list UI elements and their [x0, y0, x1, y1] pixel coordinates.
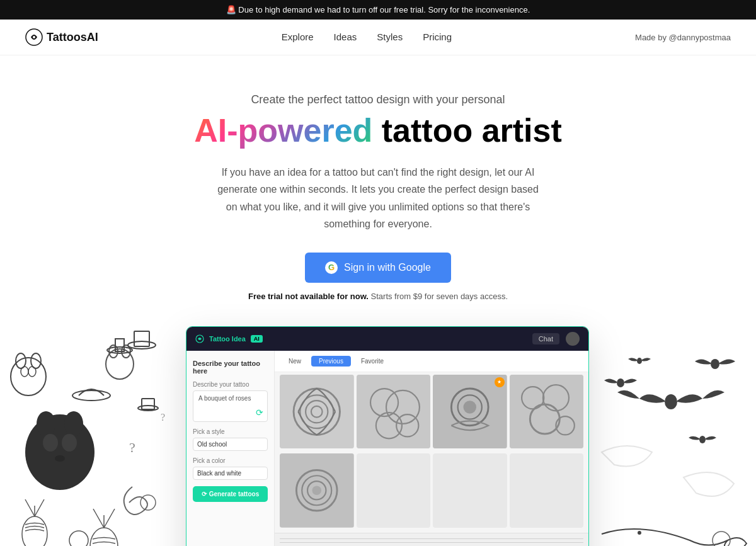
hero-section: Create the perfect tattoo design with yo…: [0, 55, 756, 320]
tab-favorite[interactable]: Favorite: [353, 356, 391, 367]
app-lines: [280, 538, 583, 546]
tab-new[interactable]: New: [281, 356, 309, 367]
svg-rect-50: [510, 375, 584, 449]
free-trial-rest: Starts from $9 for seven days access.: [371, 292, 508, 301]
app-footer-area: [275, 533, 588, 546]
hero-subtitle: Create the perfect tattoo design with yo…: [13, 93, 743, 106]
tab-previous[interactable]: Previous: [311, 356, 351, 367]
grid-item-2[interactable]: [357, 375, 431, 449]
generate-icon: ⟳: [202, 491, 207, 498]
svg-text:?: ?: [161, 412, 165, 423]
app-title-text: Tattoo Idea: [209, 335, 246, 343]
app-titlebar-right: Chat: [532, 332, 580, 346]
hero-title-gradient: AI-powered: [194, 112, 372, 149]
chat-button[interactable]: Chat: [532, 333, 559, 344]
logo-icon: [25, 28, 43, 46]
svg-point-23: [22, 516, 47, 546]
hero-description: If you have an idea for a tattoo but can…: [214, 164, 542, 232]
free-trial-bold: Free trial not available for now.: [248, 292, 369, 301]
svg-line-30: [104, 509, 115, 528]
sign-in-label: Sign in with Google: [344, 262, 431, 273]
svg-point-11: [21, 367, 28, 377]
svg-point-63: [699, 436, 706, 443]
nav-styles[interactable]: Styles: [377, 31, 403, 42]
sidebar-input-wrapper: A bouquet of roses ⟳: [193, 390, 268, 422]
app-ai-badge: AI: [251, 335, 263, 343]
svg-point-31: [69, 531, 88, 546]
svg-point-5: [43, 434, 58, 452]
header-made-by: Made by @dannypostmaa: [635, 33, 731, 42]
sidebar-describe-input[interactable]: A bouquet of roses ⟳: [193, 390, 268, 422]
hero-title: AI-powered tattoo artist: [13, 113, 743, 149]
generate-label: Generate tattoos: [209, 491, 259, 498]
app-window: Tattoo Idea AI Chat Describe your tattoo…: [186, 326, 589, 546]
image-grid-row-2: [275, 451, 588, 530]
color-label: Pick a color: [193, 457, 268, 464]
hero-title-rest: tattoo artist: [372, 112, 561, 149]
grid-item-6-empty: [357, 453, 431, 528]
grid-item-3[interactable]: ★: [433, 375, 507, 449]
svg-point-6: [62, 434, 77, 452]
banner-text: Due to high demand we had to turn off ou…: [238, 5, 530, 14]
top-banner: 🚨 Due to high demand we had to turn off …: [0, 0, 756, 20]
main-nav: Explore Ideas Styles Pricing: [282, 31, 452, 43]
app-line-2: [280, 542, 583, 543]
svg-line-29: [93, 509, 104, 528]
sidebar-input-label: Describe your tattoo: [193, 381, 268, 388]
svg-point-62: [617, 378, 624, 387]
app-main: New Previous Favorite: [275, 351, 588, 546]
grid-item-7-empty: [433, 453, 507, 528]
sign-in-button[interactable]: G Sign in with Google: [305, 253, 451, 283]
svg-point-49: [463, 401, 476, 414]
sidebar-input-text: A bouquet of roses: [198, 395, 251, 402]
svg-point-7: [55, 455, 65, 462]
app-titlebar-left: Tattoo Idea AI: [195, 334, 263, 343]
logo-text: TattoosAI: [47, 31, 98, 44]
right-illustration: [589, 326, 753, 546]
svg-point-2: [25, 414, 94, 490]
svg-point-64: [637, 358, 642, 364]
svg-text:?: ?: [129, 440, 135, 455]
generate-button[interactable]: ⟳ Generate tattoos: [193, 486, 268, 502]
header: TattoosAI Explore Ideas Styles Pricing M…: [0, 20, 756, 55]
svg-rect-22: [142, 399, 154, 409]
svg-point-12: [28, 367, 36, 377]
app-tabs: New Previous Favorite: [275, 351, 588, 372]
banner-emoji: 🚨: [226, 5, 236, 14]
nav-pricing[interactable]: Pricing: [423, 31, 452, 42]
svg-point-65: [638, 531, 641, 535]
app-logo-small-icon: [195, 334, 204, 343]
color-select[interactable]: Black and white: [193, 467, 268, 480]
svg-rect-36: [280, 375, 354, 449]
nav-explore[interactable]: Explore: [282, 31, 314, 42]
svg-line-26: [35, 499, 44, 516]
svg-point-67: [713, 532, 730, 546]
logo-link[interactable]: TattoosAI: [25, 28, 98, 46]
star-badge: ★: [495, 377, 505, 387]
grid-item-4[interactable]: [510, 375, 584, 449]
google-icon: G: [325, 261, 338, 274]
style-select[interactable]: Old school: [193, 438, 268, 451]
ai-refresh-icon: ⟳: [256, 407, 263, 418]
free-trial-note: Free trial not available for now. Starts…: [13, 292, 743, 301]
app-line-1: [280, 538, 583, 539]
svg-point-59: [312, 486, 321, 496]
style-label: Pick a style: [193, 428, 268, 435]
svg-rect-19: [134, 331, 149, 346]
image-grid-row-1: ★: [275, 372, 588, 452]
sidebar-heading: Describe your tattoo here: [193, 360, 268, 375]
nav-ideas[interactable]: Ideas: [334, 31, 357, 42]
svg-line-25: [25, 499, 35, 516]
grid-item-8-empty: [510, 453, 584, 528]
svg-point-3: [37, 411, 55, 436]
svg-point-20: [72, 390, 110, 401]
grid-item-1[interactable]: [280, 375, 354, 449]
left-illustration: ? ?: [3, 326, 186, 546]
preview-section: ? ? Tattoo Idea AI Chat: [0, 320, 756, 546]
svg-point-60: [665, 394, 677, 409]
app-sidebar: Describe your tattoo here Describe your …: [186, 351, 275, 546]
svg-point-4: [64, 411, 83, 436]
grid-item-5[interactable]: [280, 453, 354, 528]
svg-point-18: [128, 341, 156, 349]
svg-point-1: [33, 36, 35, 38]
